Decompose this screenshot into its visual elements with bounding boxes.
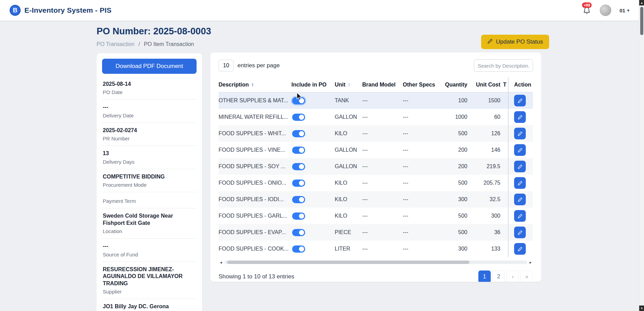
- edit-row-button[interactable]: [514, 177, 526, 189]
- user-avatar[interactable]: [600, 4, 611, 16]
- cell-unit-cost: 133: [467, 246, 500, 252]
- page-scroll-thumb[interactable]: [640, 7, 643, 35]
- pencil-icon: [518, 246, 523, 252]
- cell-quantity: 500: [441, 213, 467, 219]
- horizontal-scroll-track[interactable]: [224, 261, 527, 264]
- cell-action: [508, 109, 533, 125]
- include-in-po-toggle[interactable]: [292, 147, 305, 154]
- column-header-description[interactable]: Description ▲▼: [219, 82, 291, 88]
- info-label: PR Number: [103, 136, 196, 142]
- cell-unit: TANK: [335, 97, 362, 104]
- include-in-po-toggle[interactable]: [292, 245, 305, 253]
- scroll-up-arrow-icon[interactable]: ▲: [639, 0, 644, 5]
- column-header-total-truncated: T: [500, 82, 508, 88]
- column-header-other-specs: Other Specs: [403, 82, 441, 88]
- edit-row-button[interactable]: [514, 144, 526, 156]
- pencil-icon: [518, 98, 523, 103]
- chevron-down-icon: ▾: [627, 8, 629, 13]
- cell-include-in-po: [291, 180, 335, 187]
- cell-unit: GALLON: [335, 114, 362, 120]
- cell-action: [508, 224, 533, 241]
- info-label: PO Date: [103, 89, 196, 95]
- cell-description: MINERAL WATER REFILL...: [219, 114, 291, 120]
- include-in-po-toggle[interactable]: [292, 196, 305, 203]
- table-row: FOOD SUPPLIES - IODI... KILO --- --- 300…: [219, 191, 533, 208]
- entries-per-page-input[interactable]: [219, 60, 234, 71]
- user-menu[interactable]: 01 ▾: [620, 8, 629, 13]
- scroll-right-arrow-icon[interactable]: ►: [528, 261, 533, 264]
- sort-icon: ▲▼: [348, 83, 351, 87]
- cell-action: [508, 158, 533, 175]
- column-header-brand-model: Brand Model: [362, 82, 403, 88]
- pagination-next-button[interactable]: ›: [507, 270, 519, 282]
- cell-unit-cost: 36: [467, 229, 500, 235]
- edit-row-button[interactable]: [514, 111, 526, 123]
- info-label: Supplier: [103, 289, 196, 295]
- cell-unit-cost: 205.75: [467, 180, 500, 186]
- app-brand[interactable]: B E-Inventory System - PIS: [10, 5, 111, 16]
- include-in-po-toggle[interactable]: [292, 130, 305, 137]
- table-row: OTHER SUPPLIES & MAT... TANK --- --- 100…: [219, 92, 533, 109]
- edit-row-button[interactable]: [514, 161, 526, 172]
- info-value: ---: [103, 243, 196, 250]
- download-pdf-button[interactable]: Download PDF Document: [102, 59, 197, 74]
- pagination-page-2[interactable]: 2: [492, 270, 505, 282]
- cell-action: [508, 191, 533, 208]
- cell-include-in-po: [291, 229, 335, 236]
- pagination-page-1[interactable]: 1: [478, 270, 491, 282]
- cell-include-in-po: [291, 114, 335, 121]
- info-value: JO1 Billy Jay DC. Gerona: [103, 303, 196, 310]
- info-authorized-official: JO1 Billy Jay DC. Gerona Authorized Offi…: [102, 299, 197, 311]
- cell-unit: KILO: [335, 180, 362, 186]
- edit-row-button[interactable]: [514, 128, 526, 139]
- include-in-po-toggle[interactable]: [292, 180, 305, 187]
- cell-include-in-po: [291, 212, 335, 220]
- cell-action: [508, 208, 533, 224]
- scroll-down-arrow-icon[interactable]: ▼: [639, 306, 644, 311]
- include-in-po-toggle[interactable]: [292, 212, 305, 220]
- edit-row-button[interactable]: [514, 194, 526, 205]
- cell-other-specs: ---: [403, 180, 441, 186]
- info-value: COMPETITIVE BIDDING: [103, 173, 196, 180]
- include-in-po-toggle[interactable]: [292, 114, 305, 121]
- edit-row-button[interactable]: [514, 210, 526, 222]
- cell-quantity: 500: [441, 229, 467, 235]
- cell-description: FOOD SUPPLIES - ONIO...: [219, 180, 291, 186]
- edit-row-button[interactable]: [514, 243, 526, 255]
- column-header-unit[interactable]: Unit ▲▼: [335, 82, 362, 88]
- cell-other-specs: ---: [403, 246, 441, 252]
- cell-description: FOOD SUPPLIES - SOY ...: [219, 163, 291, 170]
- edit-row-button[interactable]: [514, 95, 526, 106]
- page-scrollbar[interactable]: ▲ ▼: [639, 0, 644, 311]
- info-value: 2025-08-14: [103, 81, 196, 88]
- cell-unit-cost: 126: [467, 130, 500, 137]
- info-payment-term: Payment Term: [102, 192, 197, 208]
- cell-other-specs: ---: [403, 196, 441, 203]
- horizontal-scroll-thumb[interactable]: [227, 261, 469, 264]
- include-in-po-toggle[interactable]: [292, 229, 305, 236]
- breadcrumb-po-transaction[interactable]: PO Transaction: [97, 41, 134, 47]
- notifications-button[interactable]: +99: [582, 6, 591, 15]
- app-title: E-Inventory System - PIS: [24, 6, 111, 14]
- table-controls: entries per page: [219, 59, 533, 72]
- cell-description: FOOD SUPPLIES - VINE...: [219, 147, 291, 153]
- pagination-last-button[interactable]: »: [521, 270, 533, 282]
- table-row: FOOD SUPPLIES - EVAP... PIECE --- --- 50…: [219, 224, 533, 241]
- user-label: 01: [620, 8, 625, 13]
- scroll-left-arrow-icon[interactable]: ◄: [219, 261, 223, 264]
- cell-quantity: 300: [441, 196, 467, 203]
- info-source-of-fund: --- Source of Fund: [102, 239, 197, 262]
- include-in-po-toggle[interactable]: [292, 97, 305, 104]
- cell-brand-model: ---: [362, 229, 403, 235]
- update-po-status-button[interactable]: Update PO Status: [481, 35, 549, 49]
- edit-row-button[interactable]: [514, 227, 526, 238]
- info-label: Delivery Date: [103, 113, 196, 119]
- cell-include-in-po: [291, 196, 335, 203]
- cell-include-in-po: [291, 130, 335, 137]
- cell-brand-model: ---: [362, 213, 403, 219]
- search-input[interactable]: [474, 59, 533, 72]
- cell-action: [508, 125, 533, 142]
- include-in-po-toggle[interactable]: [292, 163, 305, 170]
- table-row: MINERAL WATER REFILL... GALLON --- --- 1…: [219, 109, 533, 125]
- column-header-unit-cost: Unit Cost: [467, 82, 500, 88]
